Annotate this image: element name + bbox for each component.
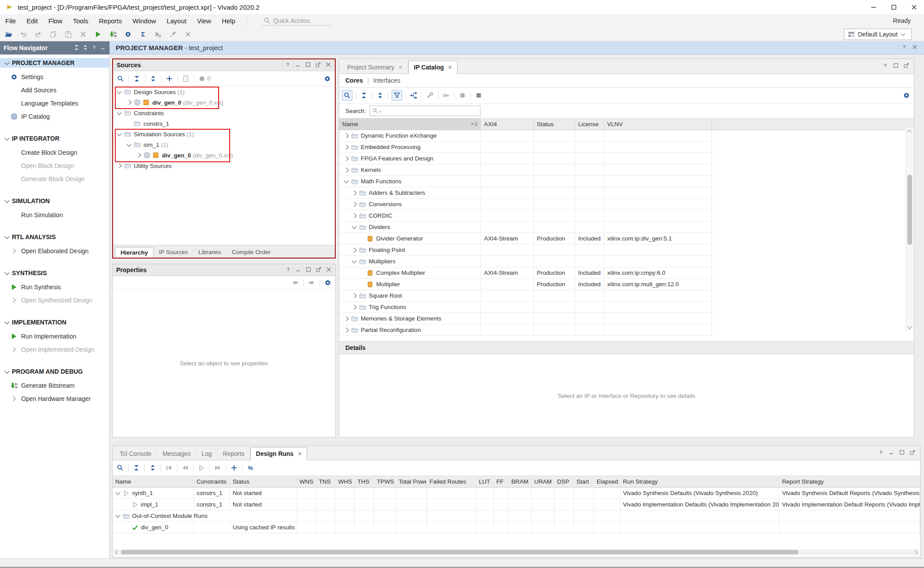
- chevron-down-icon[interactable]: [115, 490, 120, 495]
- collapse-all-button[interactable]: [132, 74, 142, 84]
- goto-first-button[interactable]: [164, 463, 174, 473]
- chevron-down-icon[interactable]: [117, 131, 121, 136]
- settings-button[interactable]: [123, 29, 133, 39]
- runs-column-bram[interactable]: BRAM: [509, 476, 532, 487]
- runs-column-lut[interactable]: LUT: [476, 476, 494, 487]
- expand-tree-button[interactable]: [409, 91, 418, 100]
- search-button[interactable]: [115, 463, 125, 473]
- chevron-down-icon[interactable]: [352, 258, 356, 263]
- panel-help-button[interactable]: ?: [285, 266, 291, 274]
- catalog-item-floating-point[interactable]: Floating Point: [339, 244, 712, 256]
- catalog-item-embedded-processing[interactable]: Embedded Processing: [339, 142, 712, 153]
- scroll-up-icon[interactable]: [907, 130, 912, 135]
- column-header-name[interactable]: Name1: [339, 118, 481, 130]
- forward-arrow-button[interactable]: [307, 278, 316, 288]
- search-button[interactable]: [116, 74, 125, 84]
- run-button[interactable]: [93, 29, 103, 39]
- chevron-right-icon[interactable]: [352, 305, 356, 309]
- chevron-down-icon[interactable]: [126, 142, 131, 146]
- panel-min-button[interactable]: [888, 449, 895, 457]
- catalog-item-math-functions[interactable]: Math Functions: [339, 176, 712, 187]
- sources-tab-libraries[interactable]: Libraries: [193, 247, 227, 257]
- flow-item-open-hardware-manager[interactable]: Open Hardware Manager: [0, 392, 109, 405]
- console-tab-tcl-console[interactable]: Tcl Console: [114, 448, 157, 460]
- runs-column-total-power[interactable]: Total Power: [396, 476, 427, 487]
- runs-column-tns[interactable]: TNS: [316, 476, 335, 487]
- cancel-disabled-button[interactable]: [183, 29, 193, 39]
- doc-tab-ip-catalog[interactable]: IP Catalog×: [408, 61, 458, 74]
- chevron-right-icon[interactable]: [352, 202, 356, 207]
- menu-tools[interactable]: Tools: [68, 15, 94, 26]
- settings-button[interactable]: [323, 74, 332, 84]
- flow-item-open-block-design[interactable]: Open Block Design: [0, 159, 109, 172]
- design-run-out-of-context-module-runs[interactable]: Out-of-Context Module Runs: [113, 510, 920, 522]
- menu-layout[interactable]: Layout: [161, 15, 192, 26]
- panel-float-button[interactable]: [909, 449, 916, 457]
- panel-close-button[interactable]: [325, 62, 331, 69]
- collapse-all-button[interactable]: [359, 91, 369, 100]
- filter-button[interactable]: [392, 90, 402, 101]
- panel-float-button[interactable]: [315, 62, 321, 69]
- flow-item-run-implementation[interactable]: Run Implementation: [0, 330, 109, 343]
- flow-item-ip-catalog[interactable]: IP Catalog: [0, 110, 109, 123]
- panel-help-button[interactable]: ?: [878, 449, 884, 457]
- column-header-vlnv[interactable]: VLNV: [604, 118, 712, 130]
- console-tab-log[interactable]: Log: [196, 448, 217, 460]
- runs-column-wns[interactable]: WNS: [297, 476, 316, 487]
- panel-help-button[interactable]: ?: [901, 44, 907, 51]
- chevron-right-icon[interactable]: [344, 328, 348, 332]
- runs-column-failed-routes[interactable]: Failed Routes: [427, 476, 476, 487]
- panel-close-button[interactable]: [326, 266, 332, 274]
- quick-access-input[interactable]: Quick Access: [262, 16, 331, 25]
- sources-tab-ip-sources[interactable]: IP Sources: [154, 247, 193, 257]
- chevron-right-icon[interactable]: [352, 248, 356, 252]
- doc-tab-project-summary[interactable]: Project Summary×: [342, 61, 408, 73]
- undo-button[interactable]: [18, 29, 28, 39]
- catalog-item-square-root[interactable]: Square Root: [339, 290, 712, 302]
- runs-column-uram[interactable]: URAM: [532, 476, 554, 487]
- chevron-right-icon[interactable]: [344, 133, 348, 138]
- source-item-utility-sources[interactable]: Utility Sources: [113, 160, 335, 171]
- catalog-item-trig-functions[interactable]: Trig Functions: [339, 302, 712, 313]
- panel-close-button[interactable]: [912, 44, 918, 51]
- source-item-simulation-sources[interactable]: Simulation Sources(1): [113, 129, 335, 139]
- panel-min-button[interactable]: [295, 266, 301, 274]
- back-arrow-button[interactable]: [290, 278, 300, 288]
- window-maximize-button[interactable]: [884, 0, 904, 14]
- close-icon[interactable]: ×: [448, 64, 452, 71]
- chevron-right-icon[interactable]: [117, 163, 121, 168]
- chevron-right-icon[interactable]: [352, 190, 356, 195]
- chevron-right-icon[interactable]: [352, 293, 356, 298]
- collapse-all-button[interactable]: [132, 463, 141, 473]
- panel-min-button[interactable]: [100, 44, 106, 52]
- source-item-div-gen-0[interactable]: div_gen_0(div_gen_0.xci): [113, 97, 335, 108]
- menu-edit[interactable]: Edit: [21, 15, 43, 26]
- expand-all-button[interactable]: [148, 463, 158, 473]
- bitstream-button[interactable]: 0110: [108, 29, 118, 39]
- sources-tab-compile-order[interactable]: Compile Order: [227, 247, 276, 257]
- wrench-button[interactable]: [425, 91, 435, 100]
- scrollbar-thumb[interactable]: [907, 175, 912, 245]
- column-header-axi4[interactable]: AXI4: [481, 118, 534, 130]
- catalog-item-divider-generator[interactable]: Divider GeneratorAXI4-StreamProductionIn…: [339, 233, 712, 244]
- flow-item-create-block-design[interactable]: Create Block Design: [0, 146, 109, 159]
- runs-column-dsp[interactable]: DSP: [554, 476, 574, 487]
- close-icon[interactable]: ×: [298, 450, 301, 457]
- panel-max-button[interactable]: [893, 62, 899, 70]
- source-item-design-sources[interactable]: Design Sources(1): [113, 87, 335, 97]
- panel-help-button[interactable]: ?: [882, 62, 888, 70]
- chevron-down-icon[interactable]: [344, 178, 348, 183]
- edit-disabled-button[interactable]: [168, 29, 178, 39]
- stop-square-button[interactable]: [474, 91, 484, 100]
- flow-item-add-sources[interactable]: Add Sources: [0, 84, 109, 97]
- copy-button[interactable]: [48, 29, 58, 39]
- add-button[interactable]: [165, 74, 174, 84]
- window-close-button[interactable]: [904, 0, 924, 14]
- redo-button[interactable]: [33, 29, 43, 39]
- panel-max-button[interactable]: [899, 449, 905, 457]
- runs-column-start[interactable]: Start: [574, 476, 594, 487]
- catalog-item-memories-storage-elements[interactable]: Memories & Storage Elements: [339, 313, 712, 324]
- chip-button[interactable]: [458, 91, 467, 100]
- panel-min-button[interactable]: [295, 62, 301, 69]
- flow-item-open-implemented-design[interactable]: Open Implemented Design: [0, 343, 109, 356]
